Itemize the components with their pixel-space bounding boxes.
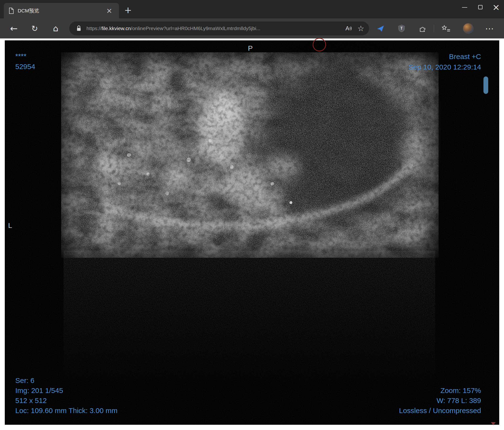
favorites-star-lines-icon bbox=[441, 25, 450, 32]
display-info-overlay: Zoom: 157% W: 778 L: 389 Lossless / Unco… bbox=[399, 385, 481, 416]
shield-icon: T bbox=[398, 25, 405, 32]
study-info-overlay: Breast +C Sep 10, 2020 12:29:14 bbox=[408, 51, 481, 72]
study-description: Breast +C bbox=[408, 51, 481, 62]
blue-extension-icon bbox=[377, 25, 384, 32]
read-aloud-letter: A bbox=[345, 25, 349, 32]
tab-title: DCM预览 bbox=[18, 7, 104, 14]
svg-text:T: T bbox=[400, 26, 403, 30]
orientation-marker-left: L bbox=[8, 222, 12, 230]
profile-avatar bbox=[463, 23, 473, 34]
refresh-button[interactable]: ↻ bbox=[28, 22, 41, 35]
sound-waves-icon bbox=[349, 25, 352, 32]
image-number: Img: 201 1/545 bbox=[15, 385, 117, 396]
window-level: W: 778 L: 389 bbox=[399, 396, 481, 406]
page-content: **** 52954 Breast +C Sep 10, 2020 12:29:… bbox=[0, 38, 504, 430]
url-domain: file.kkview.cn bbox=[101, 26, 131, 31]
orientation-marker-posterior: P bbox=[248, 44, 253, 52]
slice-location: Loc: 109.60 mm Thick: 3.00 mm bbox=[15, 406, 117, 416]
new-tab-button[interactable]: + bbox=[122, 4, 134, 16]
browser-toolbar: ← ↻ ⌂ https://file.kkview.cn/onlinePrevi… bbox=[0, 18, 504, 38]
series-info-overlay: Ser: 6 Img: 201 1/545 512 x 512 Loc: 109… bbox=[15, 376, 117, 416]
puzzle-piece-icon bbox=[419, 25, 426, 32]
lock-icon[interactable] bbox=[74, 23, 84, 34]
dicom-canvas[interactable] bbox=[5, 40, 499, 425]
dicom-viewer[interactable]: **** 52954 Breast +C Sep 10, 2020 12:29:… bbox=[5, 40, 499, 425]
back-button[interactable]: ← bbox=[7, 22, 20, 35]
zoom-level: Zoom: 157% bbox=[399, 385, 481, 396]
browser-titlebar: DCM预览 × + — × bbox=[0, 0, 504, 18]
window-maximize-button[interactable] bbox=[472, 0, 488, 14]
compression-info: Lossless / Uncompressed bbox=[399, 406, 481, 416]
tab-close-button[interactable]: × bbox=[104, 7, 114, 14]
extensions-menu-button[interactable] bbox=[416, 22, 429, 35]
extension-shield-button[interactable]: T bbox=[395, 22, 408, 35]
toolbar-divider bbox=[434, 25, 434, 32]
window-close-button[interactable]: × bbox=[488, 0, 504, 14]
window-controls: — × bbox=[457, 0, 504, 14]
series-number: Ser: 6 bbox=[15, 376, 117, 385]
url-path: /onlinePreview?url=aHR0cHM6Ly9maWxlLmtrd… bbox=[131, 26, 261, 31]
study-datetime: Sep 10, 2020 12:29:14 bbox=[408, 62, 481, 72]
viewer-scrollbar-thumb[interactable] bbox=[484, 76, 488, 94]
mri-image bbox=[5, 40, 499, 425]
image-matrix: 512 x 512 bbox=[15, 396, 117, 406]
url-scheme: https:// bbox=[86, 26, 101, 31]
home-button[interactable]: ⌂ bbox=[49, 22, 62, 35]
extension-blue-button[interactable] bbox=[374, 22, 387, 35]
browser-tab[interactable]: DCM预览 × bbox=[4, 3, 119, 18]
url-text[interactable]: https://file.kkview.cn/onlinePreview?url… bbox=[86, 26, 345, 31]
patient-info-overlay: **** 52954 bbox=[15, 51, 35, 72]
settings-more-button[interactable]: ⋯ bbox=[483, 22, 496, 35]
patient-id: 52954 bbox=[15, 61, 35, 72]
favorites-button[interactable] bbox=[439, 22, 453, 35]
profile-button[interactable] bbox=[461, 22, 475, 35]
page-document-icon bbox=[9, 7, 14, 14]
window-minimize-button[interactable]: — bbox=[457, 0, 472, 14]
address-bar[interactable]: https://file.kkview.cn/onlinePreview?url… bbox=[69, 21, 369, 35]
scrollbar-down-arrow-icon[interactable] bbox=[491, 422, 496, 425]
read-aloud-button[interactable]: A bbox=[345, 25, 352, 32]
add-favorite-star-icon[interactable]: ☆ bbox=[357, 24, 364, 33]
annotation-circle bbox=[313, 38, 326, 51]
maximize-icon bbox=[478, 5, 483, 9]
patient-name-masked: **** bbox=[15, 51, 35, 61]
